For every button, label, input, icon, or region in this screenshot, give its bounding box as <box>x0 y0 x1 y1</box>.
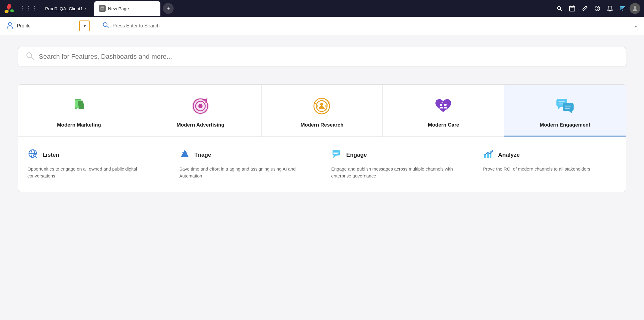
user-avatar[interactable] <box>630 3 640 14</box>
topbar: ⋮⋮⋮ Prod0_QA_Client1 ▾ New Page + <box>0 0 644 17</box>
search-icon <box>102 22 109 30</box>
module-engagement-label: Modern Engagement <box>540 122 590 128</box>
feature-listen-title: Listen <box>42 152 59 158</box>
add-tab-button[interactable]: + <box>163 3 174 14</box>
svg-rect-4 <box>101 8 104 8</box>
svg-point-17 <box>634 6 636 9</box>
profile-icon <box>6 21 14 31</box>
svg-line-20 <box>107 26 108 28</box>
triage-icon <box>179 149 190 161</box>
feature-analyze-desc: Prove the ROI of modern channels to all … <box>483 165 617 172</box>
svg-point-37 <box>325 105 327 107</box>
secondbar: Profile ▾ ⌄ <box>0 17 644 35</box>
svg-point-2 <box>10 9 14 13</box>
svg-line-7 <box>560 9 562 11</box>
feature-listen-desc: Opportunities to engage on all owned and… <box>27 165 161 180</box>
calendar-button[interactable]: 28 <box>566 3 578 14</box>
module-engagement[interactable]: Modern Engagement <box>504 85 626 136</box>
bell-button[interactable] <box>604 3 616 14</box>
feature-listen[interactable]: Listen Opportunities to engage on all ow… <box>18 137 170 192</box>
chat-button[interactable] <box>617 3 628 14</box>
active-tab[interactable]: New Page <box>94 1 160 16</box>
calendar-date-badge: 28 <box>571 6 574 8</box>
engage-icon <box>331 149 342 161</box>
modules-row: Modern Marketing Modern Advertising <box>18 84 626 137</box>
search-input[interactable] <box>113 23 630 29</box>
feature-engage-header: Engage <box>331 149 465 161</box>
svg-rect-53 <box>333 150 340 155</box>
svg-line-22 <box>31 57 33 59</box>
svg-rect-14 <box>620 6 625 10</box>
module-advertising-label: Modern Advertising <box>177 122 224 128</box>
feature-search-input[interactable] <box>39 53 618 61</box>
research-icon <box>311 96 333 117</box>
feature-triage-title: Triage <box>194 152 211 158</box>
app-logo[interactable] <box>4 3 14 14</box>
module-marketing-label: Modern Marketing <box>57 122 101 128</box>
feature-analyze[interactable]: Analyze Prove the ROI of modern channels… <box>474 137 626 192</box>
topbar-actions: 28 ? <box>554 3 640 14</box>
module-research[interactable]: Modern Research <box>262 85 383 136</box>
module-care[interactable]: Modern Care <box>383 85 504 136</box>
svg-point-30 <box>198 104 203 108</box>
engagement-icon <box>555 96 576 117</box>
workspace-chevron-icon: ▾ <box>85 6 86 11</box>
grid-icon[interactable]: ⋮⋮⋮ <box>17 4 40 13</box>
profile-dropdown-button[interactable]: ▾ <box>79 20 90 31</box>
svg-point-0 <box>4 9 9 14</box>
svg-point-36 <box>317 105 318 107</box>
tab-label: New Page <box>108 6 129 11</box>
listen-icon <box>27 149 38 161</box>
marketing-icon <box>68 96 89 117</box>
search-bar: ⌄ <box>96 17 644 35</box>
feature-triage-header: Triage <box>179 149 313 161</box>
svg-text:?: ? <box>596 6 599 11</box>
advertising-icon <box>190 96 211 117</box>
module-advertising[interactable]: Modern Advertising <box>140 85 262 136</box>
feature-search-icon <box>26 52 34 62</box>
svg-rect-5 <box>101 9 103 9</box>
svg-rect-41 <box>563 103 574 111</box>
main-content: Modern Marketing Modern Advertising <box>0 35 644 320</box>
feature-engage[interactable]: Engage Engage and publish messages acros… <box>322 137 474 192</box>
svg-rect-58 <box>490 151 491 158</box>
workspace-name: Prod0_QA_Client1 <box>45 6 83 11</box>
dropdown-chevron-icon: ▾ <box>84 24 86 28</box>
feature-engage-desc: Engage and publish messages across multi… <box>331 165 465 180</box>
features-row: Listen Opportunities to engage on all ow… <box>18 137 626 192</box>
svg-point-25 <box>77 108 79 109</box>
module-research-label: Modern Research <box>301 122 344 128</box>
svg-point-35 <box>320 103 323 106</box>
help-button[interactable]: ? <box>592 3 603 14</box>
feature-engage-title: Engage <box>346 152 367 158</box>
feature-triage-desc: Save time and effort in triaging and ass… <box>179 165 313 180</box>
search-dropdown-chevron-icon[interactable]: ⌄ <box>634 23 638 29</box>
svg-point-39 <box>444 104 447 106</box>
edit-button[interactable] <box>579 3 590 14</box>
analyze-icon <box>483 149 494 161</box>
feature-listen-header: Listen <box>27 149 161 161</box>
feature-search-bar[interactable] <box>18 47 626 66</box>
svg-rect-3 <box>100 6 104 11</box>
care-icon <box>433 96 454 117</box>
feature-analyze-header: Analyze <box>483 149 617 161</box>
profile-section[interactable]: Profile ▾ <box>0 17 96 35</box>
search-button[interactable] <box>554 3 565 14</box>
feature-analyze-title: Analyze <box>498 152 520 158</box>
profile-label: Profile <box>17 23 30 29</box>
svg-point-1 <box>7 3 11 10</box>
svg-point-38 <box>440 104 442 106</box>
module-care-label: Modern Care <box>428 122 459 128</box>
module-marketing[interactable]: Modern Marketing <box>18 85 140 136</box>
feature-triage[interactable]: Triage Save time and effort in triaging … <box>170 137 322 192</box>
workspace-dropdown[interactable]: Prod0_QA_Client1 ▾ <box>42 5 89 12</box>
tab-icon <box>99 5 106 12</box>
svg-point-18 <box>8 22 11 25</box>
